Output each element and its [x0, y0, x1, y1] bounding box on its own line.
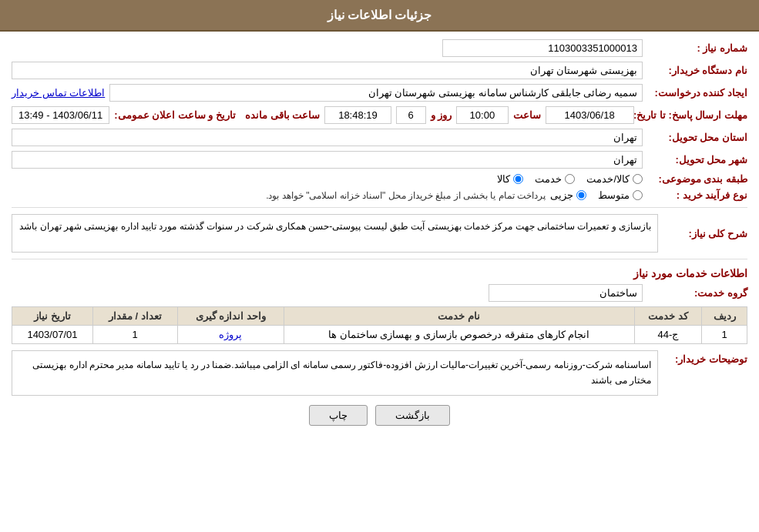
- buyer-notes-value: اساسنامه شرکت-روزنامه رسمی-آخرین تغییرات…: [12, 350, 658, 396]
- send-date-label: مهلت ارسال پاسخ: تا تاریخ:: [639, 109, 747, 121]
- remain-value: 18:48:19: [324, 106, 391, 124]
- table-row: 1 ج-44 انجام کارهای متفرقه درخصوص بازساز…: [12, 326, 747, 344]
- remain-label: ساعت باقی مانده: [245, 109, 320, 121]
- creator-value: سمیه رضائی جابلقی کارشناس سامانه بهزیستی…: [109, 84, 643, 102]
- purchase-type-jozei[interactable]: جزیی: [550, 189, 586, 201]
- col-code: کد خدمت: [634, 307, 702, 326]
- services-table-body: 1 ج-44 انجام کارهای متفرقه درخصوص بازساز…: [12, 326, 747, 344]
- description-value: بازسازی و تعمیرات ساختمانی جهت مرکز خدما…: [12, 214, 658, 253]
- city-value: تهران: [12, 151, 643, 169]
- province-value: تهران: [12, 129, 643, 146]
- cell-code: ج-44: [634, 326, 702, 344]
- need-number-value: 1103003351000013: [442, 39, 643, 57]
- description-label: شرح کلی نیاز:: [663, 228, 747, 239]
- send-time-value: 10:00: [456, 106, 508, 124]
- page-title: جزئیات اطلاعات نیاز: [0, 0, 759, 32]
- need-number-label: شماره نیاز :: [647, 42, 747, 54]
- send-date-value: 1403/06/18: [546, 106, 634, 124]
- category-label-khedmat: خدمت: [535, 173, 562, 185]
- category-label-kala-khedmat: کالا/خدمت: [586, 173, 630, 185]
- category-row: طبقه بندی موضوعی: کالا/خدمت خدمت کالا: [12, 173, 747, 185]
- category-option-kala[interactable]: کالا: [497, 173, 523, 185]
- announce-value: 1403/06/11 - 13:49: [12, 106, 109, 124]
- category-label: طبقه بندی موضوعی:: [647, 173, 747, 185]
- col-date: تاریخ نیاز: [12, 307, 93, 326]
- divider-1: [12, 207, 747, 208]
- purchase-note: پرداخت تمام یا بخشی از مبلغ خریداز محل "…: [266, 190, 546, 201]
- purchase-label-jozei: جزیی: [550, 189, 573, 201]
- send-day-label: روز و: [431, 109, 452, 121]
- services-table: ردیف کد خدمت نام خدمت واحد اندازه گیری ت…: [12, 306, 747, 344]
- purchase-radio-motavaset[interactable]: [633, 190, 643, 200]
- category-radio-group: کالا/خدمت خدمت کالا: [497, 173, 643, 185]
- buyer-org-label: نام دستگاه خریدار:: [647, 65, 747, 76]
- need-number-row: شماره نیاز : 1103003351000013: [12, 39, 747, 57]
- services-table-header: ردیف کد خدمت نام خدمت واحد اندازه گیری ت…: [12, 307, 747, 326]
- province-label: استان محل تحویل:: [647, 132, 747, 143]
- service-group-row: گروه خدمت: ساختمان: [12, 284, 747, 302]
- divider-2: [12, 259, 747, 259]
- announce-label: تاریخ و ساعت اعلان عمومی:: [114, 109, 236, 121]
- creator-row: ایجاد کننده درخواست: سمیه رضائی جابلقی ک…: [12, 84, 747, 102]
- buyer-org-row: نام دستگاه خریدار: بهزیستی شهرستان تهران: [12, 62, 747, 79]
- city-row: شهر محل تحویل: تهران: [12, 151, 747, 169]
- purchase-type-label: نوع فرآیند خرید :: [647, 189, 747, 201]
- buyer-notes-row: توضیحات خریدار: اساسنامه شرکت-روزنامه رس…: [12, 350, 747, 396]
- service-info-title: اطلاعات خدمات مورد نیاز: [12, 267, 747, 279]
- creator-label: ایجاد کننده درخواست:: [647, 87, 747, 99]
- category-option-kala-khedmat[interactable]: کالا/خدمت: [586, 173, 643, 185]
- category-label-kala: کالا: [497, 173, 510, 185]
- purchase-type-group: متوسط جزیی: [550, 189, 643, 201]
- col-name: نام خدمت: [284, 307, 634, 326]
- send-time-label: ساعت: [513, 109, 541, 121]
- city-label: شهر محل تحویل:: [647, 154, 747, 166]
- service-group-label: گروه خدمت:: [647, 287, 747, 299]
- cell-qty: 1: [92, 326, 177, 344]
- category-option-khedmat[interactable]: خدمت: [535, 173, 575, 185]
- province-row: استان محل تحویل: تهران: [12, 129, 747, 146]
- service-group-value: ساختمان: [489, 284, 643, 302]
- back-button[interactable]: بازگشت: [375, 405, 450, 426]
- action-buttons: بازگشت چاپ: [12, 405, 747, 426]
- send-day-value: 6: [396, 106, 426, 124]
- category-radio-khedmat[interactable]: [565, 174, 575, 184]
- purchase-type-row: نوع فرآیند خرید : متوسط جزیی پرداخت تمام…: [12, 189, 747, 201]
- col-qty: تعداد / مقدار: [92, 307, 177, 326]
- col-unit: واحد اندازه گیری: [177, 307, 284, 326]
- send-date-row: مهلت ارسال پاسخ: تا تاریخ: 1403/06/18 سا…: [12, 106, 747, 124]
- cell-unit: پروژه: [177, 326, 284, 344]
- cell-date: 1403/07/01: [12, 326, 93, 344]
- category-radio-kala-khedmat[interactable]: [633, 174, 643, 184]
- purchase-type-motavaset[interactable]: متوسط: [598, 189, 643, 201]
- purchase-label-motavaset: متوسط: [598, 189, 630, 201]
- col-row: ردیف: [702, 307, 747, 326]
- buyer-notes-label: توضیحات خریدار:: [663, 350, 747, 365]
- cell-name: انجام کارهای متفرقه درخصوص بازسازی و بهس…: [284, 326, 634, 344]
- cell-row: 1: [702, 326, 747, 344]
- print-button[interactable]: چاپ: [309, 405, 368, 426]
- purchase-radio-jozei[interactable]: [576, 190, 586, 200]
- creator-link[interactable]: اطلاعات تماس خریدار: [12, 87, 105, 99]
- buyer-org-value: بهزیستی شهرستان تهران: [12, 62, 643, 79]
- category-radio-kala[interactable]: [513, 174, 523, 184]
- description-row: شرح کلی نیاز: بازسازی و تعمیرات ساختمانی…: [12, 214, 747, 253]
